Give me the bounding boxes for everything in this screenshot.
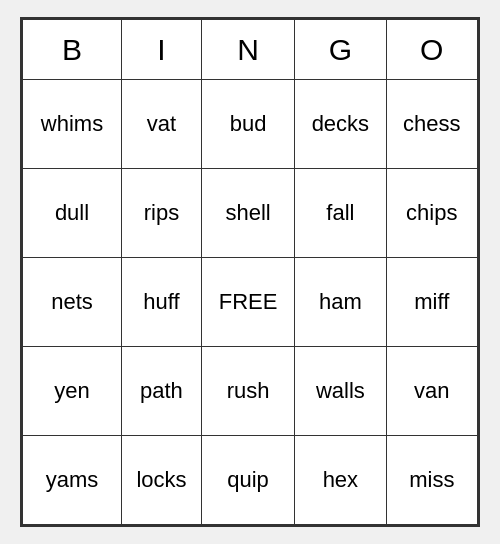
- bingo-cell: hex: [295, 436, 386, 525]
- bingo-cell: huff: [122, 258, 202, 347]
- bingo-cell: yams: [23, 436, 122, 525]
- bingo-cell: decks: [295, 80, 386, 169]
- header-cell: O: [386, 20, 477, 80]
- bingo-card: BINGO whimsvatbuddeckschessdullripsshell…: [20, 17, 480, 527]
- bingo-cell: ham: [295, 258, 386, 347]
- bingo-cell: miff: [386, 258, 477, 347]
- table-row: dullripsshellfallchips: [23, 169, 478, 258]
- bingo-cell: rush: [201, 347, 294, 436]
- table-row: whimsvatbuddeckschess: [23, 80, 478, 169]
- bingo-cell: vat: [122, 80, 202, 169]
- bingo-cell: van: [386, 347, 477, 436]
- bingo-cell: shell: [201, 169, 294, 258]
- bingo-cell: nets: [23, 258, 122, 347]
- bingo-cell: dull: [23, 169, 122, 258]
- bingo-cell: whims: [23, 80, 122, 169]
- header-cell: I: [122, 20, 202, 80]
- header-row: BINGO: [23, 20, 478, 80]
- header-cell: B: [23, 20, 122, 80]
- table-row: yenpathrushwallsvan: [23, 347, 478, 436]
- bingo-cell: quip: [201, 436, 294, 525]
- bingo-cell: path: [122, 347, 202, 436]
- bingo-cell: fall: [295, 169, 386, 258]
- bingo-cell: miss: [386, 436, 477, 525]
- bingo-cell: rips: [122, 169, 202, 258]
- bingo-cell: walls: [295, 347, 386, 436]
- table-row: yamslocksquiphexmiss: [23, 436, 478, 525]
- table-row: netshuffFREEhammiff: [23, 258, 478, 347]
- header-cell: G: [295, 20, 386, 80]
- bingo-cell: bud: [201, 80, 294, 169]
- bingo-cell: locks: [122, 436, 202, 525]
- bingo-cell: chess: [386, 80, 477, 169]
- bingo-table: BINGO whimsvatbuddeckschessdullripsshell…: [22, 19, 478, 525]
- header-cell: N: [201, 20, 294, 80]
- bingo-cell: chips: [386, 169, 477, 258]
- bingo-cell: FREE: [201, 258, 294, 347]
- bingo-cell: yen: [23, 347, 122, 436]
